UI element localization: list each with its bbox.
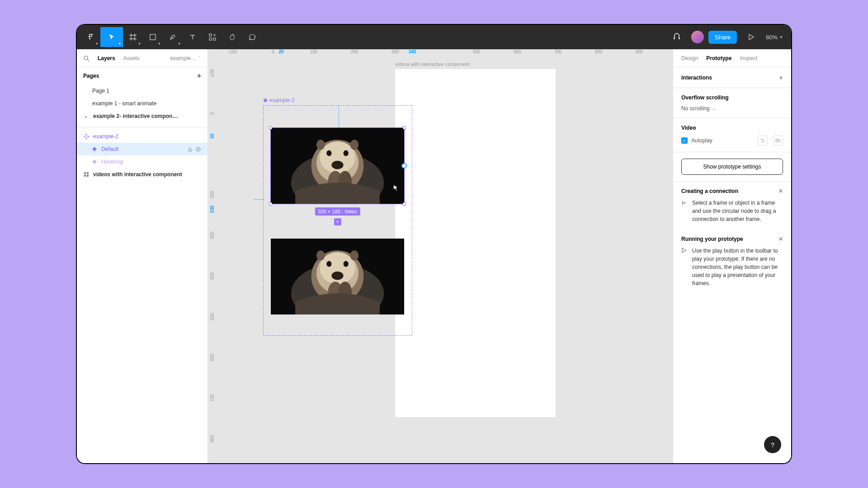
variant-icon: [91, 146, 98, 152]
layer-component-set[interactable]: example-2: [77, 130, 208, 143]
svg-point-7: [198, 148, 199, 150]
tab-design[interactable]: Design: [681, 55, 698, 61]
ruler-vertical: -100055200235300400500600700800: [208, 60, 219, 463]
search-icon[interactable]: [83, 55, 90, 61]
add-interaction-button[interactable]: +: [334, 218, 341, 225]
layer-variant-hovering[interactable]: Hovering: [77, 155, 208, 168]
layer-frame[interactable]: videos with interactive component: [77, 168, 208, 181]
tab-inspect[interactable]: Inspect: [740, 55, 757, 61]
frame-tool-button[interactable]: ▼: [123, 27, 143, 47]
play-icon: [681, 248, 688, 287]
user-avatar[interactable]: [691, 31, 704, 43]
video-layer[interactable]: [271, 239, 404, 314]
svg-point-19: [350, 140, 359, 150]
guide-vertical: [339, 105, 339, 128]
chevron-down-icon: ▼: [138, 42, 141, 45]
svg-point-31: [350, 250, 359, 260]
mute-icon[interactable]: [773, 136, 783, 145]
svg-point-13: [326, 150, 331, 156]
page-item[interactable]: Page 1: [83, 84, 201, 97]
autoplay-checkbox[interactable]: ✓: [681, 137, 688, 144]
overflow-title: Overflow scrolling: [681, 94, 783, 101]
overflow-select[interactable]: No scrolling ⌄: [681, 105, 716, 112]
left-sidebar: Layers Assets example… ⌃ Pages + Page 1 …: [77, 49, 208, 463]
cursor-icon: [393, 184, 399, 192]
chevron-down-icon: ⌄: [712, 107, 716, 111]
svg-rect-4: [213, 38, 216, 40]
visibility-icon[interactable]: [195, 147, 201, 152]
video-layer-selected[interactable]: 320 × 180 · Video +: [271, 128, 404, 204]
frame-icon: [83, 171, 90, 178]
chevron-down-icon: ▼: [95, 42, 99, 45]
close-icon[interactable]: ✕: [778, 188, 783, 194]
comment-tool-button[interactable]: [242, 27, 262, 47]
share-button[interactable]: Share: [708, 31, 737, 44]
shape-tool-button[interactable]: ▼: [143, 27, 163, 47]
pages-title: Pages: [83, 73, 99, 79]
chevron-down-icon: ▼: [118, 42, 121, 45]
svg-point-5: [84, 56, 88, 60]
svg-rect-6: [189, 149, 192, 151]
prototype-node[interactable]: [401, 163, 407, 169]
show-prototype-settings-button[interactable]: Show prototype settings: [681, 159, 783, 175]
move-tool-button[interactable]: ▼: [100, 27, 123, 47]
page-item[interactable]: example 1 - smart animate: [83, 97, 201, 110]
svg-rect-2: [209, 34, 212, 36]
svg-point-27: [331, 272, 343, 280]
canvas-frame[interactable]: [395, 69, 556, 417]
layer-variant-default[interactable]: Default: [77, 143, 208, 155]
app-window: ▼ ▼ ▼ ▼ ▼: [77, 25, 791, 463]
video-title: Video: [681, 125, 783, 131]
help-run-text: Use the play button in the toolbar to pl…: [692, 247, 783, 287]
autoplay-label: Autoplay: [691, 137, 712, 144]
chevron-down-icon: ▼: [779, 35, 783, 39]
help-fab[interactable]: ?: [764, 436, 781, 453]
help-connection-text: Select a frame or object in a frame and …: [692, 199, 783, 223]
top-toolbar: ▼ ▼ ▼ ▼ ▼: [77, 25, 791, 49]
hand-tool-button[interactable]: [222, 27, 242, 47]
close-icon[interactable]: ✕: [778, 236, 783, 242]
tab-layers[interactable]: Layers: [98, 55, 115, 61]
help-connection-title: Creating a connection: [681, 188, 738, 194]
page-breadcrumb[interactable]: example… ⌃: [170, 55, 201, 61]
svg-point-25: [326, 261, 331, 267]
resources-button[interactable]: [203, 27, 222, 47]
connection-icon: [681, 200, 688, 223]
help-run-title: Running your prototype: [681, 236, 743, 242]
chevron-up-icon: ⌃: [198, 56, 201, 60]
svg-point-30: [316, 250, 325, 260]
loop-icon[interactable]: [758, 136, 768, 145]
page-item-active[interactable]: ⌄ example 2- interactive compon…: [83, 110, 201, 122]
canvas-area[interactable]: -100020100200300340500600700800900 -1000…: [208, 49, 673, 463]
component-set-icon: [83, 133, 90, 140]
chevron-down-icon: ▼: [178, 42, 181, 45]
tab-assets[interactable]: Assets: [123, 55, 140, 61]
svg-point-18: [316, 140, 325, 150]
add-interaction-button[interactable]: +: [779, 74, 783, 81]
svg-point-14: [344, 150, 349, 156]
svg-point-26: [344, 261, 349, 267]
main-menu-button[interactable]: ▼: [80, 27, 100, 47]
component-label[interactable]: example-2: [263, 97, 295, 103]
frame-title[interactable]: videos with interactive component: [395, 61, 470, 67]
interactions-title: Interactions: [681, 75, 712, 81]
right-sidebar: Design Prototype Inspect Interactions + …: [673, 49, 791, 463]
chevron-down-icon: ▼: [158, 42, 161, 45]
audio-icon[interactable]: [667, 27, 687, 47]
chevron-down-icon: ⌄: [84, 114, 90, 118]
pen-tool-button[interactable]: ▼: [163, 27, 183, 47]
unlock-icon[interactable]: [188, 147, 193, 152]
present-button[interactable]: [741, 27, 761, 47]
ruler-horizontal: -100020100200300340500600700800900: [219, 49, 673, 60]
guide-horizontal: [254, 199, 264, 200]
tab-prototype[interactable]: Prototype: [706, 55, 731, 61]
svg-rect-0: [150, 34, 156, 40]
add-page-button[interactable]: +: [197, 72, 201, 80]
variant-icon: [91, 159, 98, 165]
svg-rect-3: [209, 38, 212, 40]
svg-point-15: [331, 161, 343, 169]
dimension-label: 320 × 180 · Video: [315, 207, 360, 216]
zoom-control[interactable]: 80%▼: [766, 34, 783, 41]
text-tool-button[interactable]: [183, 27, 203, 47]
svg-point-1: [172, 37, 173, 38]
